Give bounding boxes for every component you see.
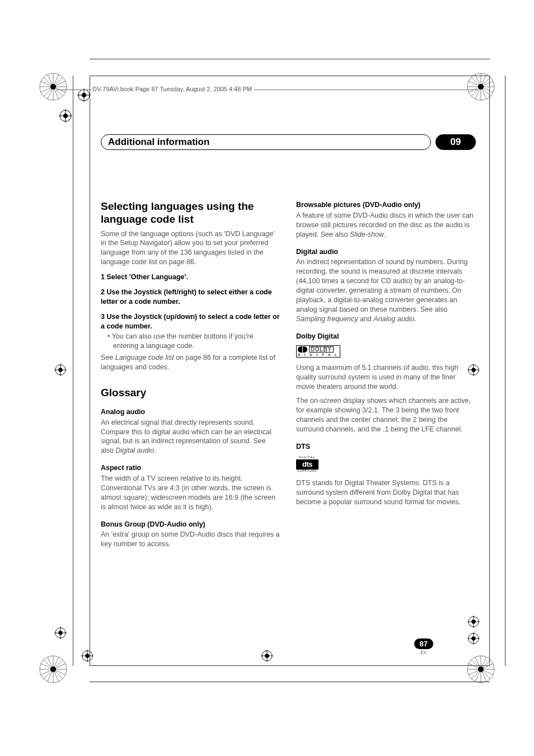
body-text: An 'extra' group on some DVD-Audio discs… <box>101 530 280 549</box>
glossary-term: Analog audio <box>101 407 280 417</box>
glossary-term: Browsable pictures (DVD-Audio only) <box>296 200 476 210</box>
step-2: 2 Use the Joystick (left/right) to selec… <box>101 288 280 307</box>
print-mark-rosette-bl <box>39 655 67 683</box>
reg-mark-icon <box>77 88 91 102</box>
body-text: Using a maximum of 5.1 channels of audio… <box>296 363 476 392</box>
section-heading: Glossary <box>101 387 280 400</box>
crop-line <box>90 59 490 59</box>
step-3: 3 Use the Joystick (up/down) to select a… <box>101 312 280 331</box>
body-text: A feature of some DVD-Audio discs in whi… <box>296 211 476 240</box>
crop-line <box>505 76 505 666</box>
bullet-item: • You can also use the number buttons if… <box>101 332 280 351</box>
glossary-term: Aspect ratio <box>101 463 280 473</box>
chapter-number-badge: 09 <box>435 134 476 150</box>
body-text: An electrical signal that directly repre… <box>101 418 280 456</box>
body-text: An indirect representation of sound by n… <box>296 257 476 323</box>
glossary-term: Bonus Group (DVD-Audio only) <box>101 520 280 529</box>
crop-line <box>73 76 73 666</box>
page-content: Additional information 09 Selecting lang… <box>101 134 476 553</box>
chapter-title: Additional information <box>101 134 431 150</box>
right-column: Browsable pictures (DVD-Audio only) A fe… <box>296 200 476 553</box>
bullet-text: You can also use the number buttons if y… <box>112 332 254 350</box>
glossary-term: DTS <box>296 442 476 452</box>
dts-logo-icon: DIGITAL dts SURROUND <box>296 456 318 472</box>
page-number-value: 87 <box>414 638 433 649</box>
body-text: The on-screen display shows which channe… <box>296 396 476 434</box>
left-column: Selecting languages using the language c… <box>101 200 280 553</box>
step-1: 1 Select 'Other Language'. <box>101 273 280 282</box>
crop-line <box>90 682 490 682</box>
page-number: 87 En <box>414 638 433 655</box>
running-header: DV-79AVi.book Page 87 Tuesday, August 2,… <box>91 86 254 92</box>
reg-mark-icon <box>54 627 67 639</box>
reg-mark-icon <box>59 109 72 123</box>
body-text: See Language code list on page 86 for a … <box>101 353 280 372</box>
section-heading: Selecting languages using the language c… <box>101 200 280 226</box>
body-text: Some of the language options (such as 'D… <box>101 229 280 267</box>
dolby-digital-logo-icon: DOLBY D I G I T A L <box>296 345 340 358</box>
body-text: The width of a TV screen relative to its… <box>101 474 280 512</box>
reg-mark-icon <box>54 364 67 376</box>
glossary-term: Dolby Digital <box>296 332 476 341</box>
body-text: DTS stands for Digital Theater Systems. … <box>296 478 476 507</box>
print-mark-rosette-tl <box>39 73 67 101</box>
glossary-term: Digital audio <box>296 247 476 257</box>
page-language: En <box>414 650 433 655</box>
